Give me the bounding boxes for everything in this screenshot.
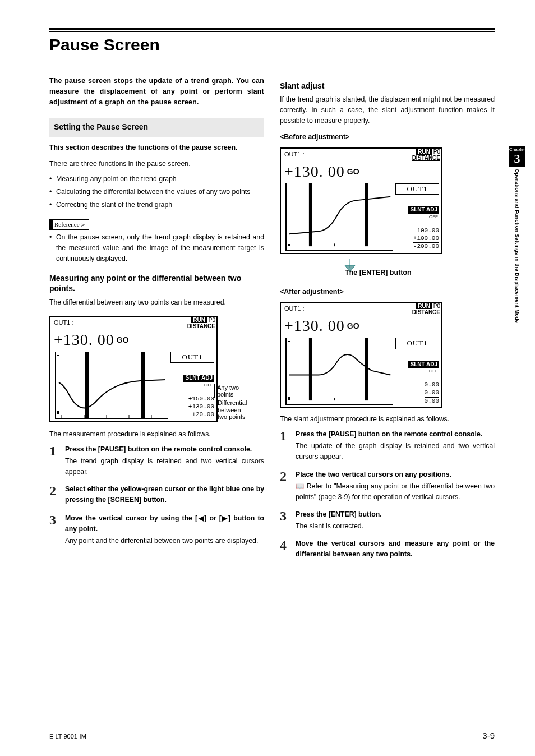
step-title: Move the vertical cursors and measure an… [296, 538, 495, 560]
before-label: <Before adjustment> [280, 132, 495, 142]
left-column: The pause screen stops the update of a t… [49, 76, 264, 568]
footer-doc-id: E LT-9001-IM [49, 733, 86, 740]
step: 3Press the [ENTER] button.The slant is c… [280, 509, 495, 532]
step-desc: The slant is corrected. [296, 521, 495, 532]
page-title: Pause Screen [49, 35, 495, 54]
step: 2Place the two vertical cursors on any p… [280, 469, 495, 503]
page-footer: E LT-9001-IM 3-9 [49, 731, 495, 740]
slant-body: If the trend graph is slanted, the displ… [280, 94, 495, 126]
arrow-down-icon: The [ENTER] button [342, 257, 495, 285]
step-title: Press the [ENTER] button. [296, 509, 495, 520]
step: 1Press the [PAUSE] button on the remote … [280, 429, 495, 462]
lcd-annotations: Any two points Differential between two … [218, 312, 258, 426]
slnt-adj-tag: SLNT ADJ [183, 375, 214, 382]
lcd-val-3: -200.00 [413, 242, 439, 251]
step-title: Press the [PAUSE] button on the remote c… [296, 429, 495, 440]
lcd-go: GO [347, 321, 359, 330]
section-setting-head: Setting the Pause Screen [49, 118, 264, 137]
lcd-out-label: OUT1 : [281, 149, 412, 159]
slnt-off: OFF [408, 214, 439, 220]
lcd-val-2: +100.00 [413, 235, 439, 243]
reference-list: On the pause screen, only the trend grap… [49, 232, 264, 264]
graph-out-label: OUT1 [395, 183, 439, 195]
step-title: Place the two vertical cursors on any po… [296, 469, 495, 480]
slant-rule [280, 76, 495, 76]
step-title: Select either the yellow-green cursor or… [65, 484, 264, 505]
lcd-go: GO [347, 167, 359, 176]
distance-label: DISTANCE [187, 323, 215, 330]
bullet: Correcting the slant of the trend graph [49, 200, 264, 210]
right-column: Slant adjust If the trend graph is slant… [280, 76, 495, 568]
rule-thin [49, 31, 495, 32]
lcd-out-label: OUT1 : [281, 303, 412, 314]
annot-diff-3: two points [218, 413, 246, 420]
lcd-value: +130. 00 [54, 331, 114, 348]
p0-label: P0 [433, 149, 440, 155]
lcd-value: +130. 00 [284, 317, 345, 334]
step: 4Move the vertical cursors and measure a… [280, 538, 495, 561]
annot-diff-1: Differential [218, 399, 247, 406]
lcd-val-1: 0.00 [425, 381, 439, 389]
section1-bullets: Measuring any point on the trend graph C… [49, 174, 264, 210]
step-number: 1 [280, 429, 290, 462]
graph-area [285, 338, 393, 405]
step-desc: Any point and the differential between t… [65, 536, 264, 546]
section2-head: Measuring any point or the differential … [49, 273, 264, 293]
chapter-tab: Chapter 3 Operations and Function Settin… [509, 146, 525, 323]
slnt-adj-tag: SLNT ADJ [408, 206, 439, 214]
step-number: 2 [280, 469, 290, 503]
step-title: Move the vertical cursor by using the [◀… [65, 513, 264, 534]
run-tag: RUN [416, 149, 432, 155]
distance-label: DISTANCE [412, 309, 440, 316]
step: 1Press the [PAUSE] button on the remote … [49, 444, 264, 477]
annot-diff-2: between [218, 407, 241, 413]
graph-area [55, 352, 168, 419]
step: 2Select either the yellow-green cursor o… [49, 484, 264, 506]
steps-left: 1Press the [PAUSE] button on the remote … [49, 444, 264, 546]
chapter-vertical-text: Operations and Function Settings in the … [514, 169, 520, 323]
lcd-out-label: OUT1 : [50, 317, 187, 328]
section2-body: The differential between any two points … [49, 297, 264, 308]
graph-out-label: OUT1 [170, 352, 214, 363]
step-number: 2 [49, 484, 59, 506]
footer-page-number: 3-9 [482, 731, 495, 740]
annot-any-two: Any two [217, 384, 239, 391]
slnt-off: OFF [408, 368, 439, 374]
lcd-value: +130. 00 [284, 163, 345, 180]
section1-body: There are three functions in the pause s… [49, 159, 264, 169]
p0-label: P0 [433, 303, 440, 309]
step-number: 4 [280, 538, 290, 561]
rule-thick [49, 28, 495, 30]
step-number: 1 [49, 444, 59, 477]
run-tag: RUN [416, 303, 432, 310]
lcd-val-3: 0.00 [425, 397, 439, 405]
intro-text: The pause screen stops the update of a t… [49, 76, 264, 108]
lcd-val-2: 0.00 [425, 389, 439, 397]
section1-lead: This section describes the functions of … [49, 142, 264, 153]
step-number: 3 [280, 509, 290, 532]
lcd-after: OUT1 : +130. 00GO RUN P0DISTANCE [280, 302, 442, 408]
after-label: <After adjustment> [280, 287, 495, 297]
step-desc: 📖 Refer to "Measuring any point or the d… [296, 481, 495, 503]
slant-caption: The slant adjustment procedure is explai… [280, 414, 495, 425]
step-desc: The update of the graph display is retai… [296, 441, 495, 462]
chapter-number: 3 [509, 153, 525, 167]
p0-label: P0 [209, 317, 215, 323]
step-number: 3 [49, 513, 59, 546]
lcd-val-3: +20.00 [192, 411, 214, 418]
bullet: Measuring any point on the trend graph [49, 174, 264, 185]
left-caption: The measurement procedure is explained a… [49, 429, 264, 440]
reference-tag: Reference ▻ [49, 219, 89, 230]
step-desc: The trend graph display is retained and … [65, 456, 264, 477]
slant-head: Slant adjust [280, 81, 495, 91]
slnt-adj-tag: SLNT ADJ [408, 361, 439, 368]
lcd-val-1: +150.00 [188, 395, 214, 402]
distance-label: DISTANCE [412, 155, 440, 162]
step-title: Press the [PAUSE] button on the remote c… [65, 444, 264, 455]
annot-points: points [217, 391, 233, 398]
enter-button-label: The [ENTER] button [345, 268, 412, 278]
bullet: Calculating the differential between the… [49, 187, 264, 197]
step: 3Move the vertical cursor by using the [… [49, 513, 264, 546]
reference-text: On the pause screen, only the trend grap… [49, 232, 264, 264]
graph-out-label: OUT1 [395, 338, 439, 349]
